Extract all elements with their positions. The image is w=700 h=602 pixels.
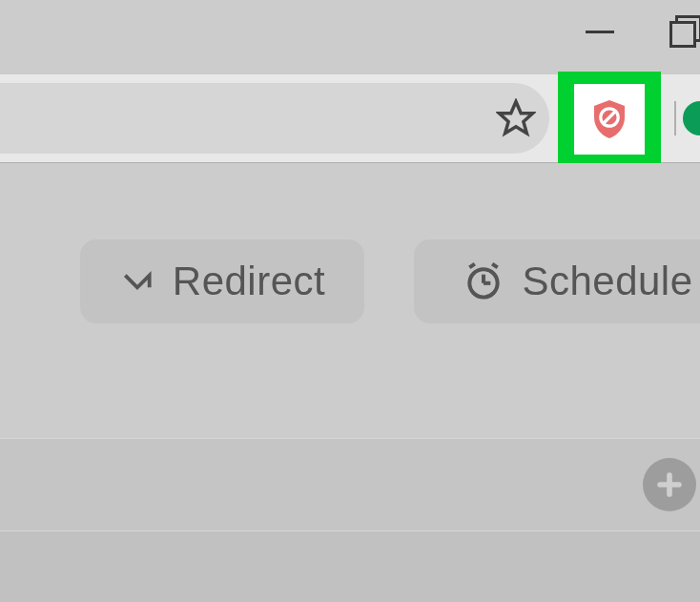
add-fab[interactable]: [643, 458, 696, 511]
minimize-icon[interactable]: [586, 31, 614, 33]
bottom-area: [0, 531, 700, 602]
maximize-restore-icon[interactable]: [671, 19, 696, 44]
redirect-button[interactable]: Redirect: [80, 239, 364, 323]
profile-avatar[interactable]: [683, 101, 700, 135]
plus-icon: [653, 468, 686, 501]
redirect-arrow-icon: [119, 263, 155, 300]
list-strip: [0, 438, 700, 531]
schedule-label: Schedule: [522, 259, 692, 304]
extension-highlight-box: [558, 72, 661, 167]
extension-content-area: Redirect Schedule: [0, 163, 700, 438]
schedule-button[interactable]: Schedule: [414, 239, 700, 323]
alarm-clock-icon: [463, 260, 504, 302]
bookmark-star-icon[interactable]: [496, 98, 536, 138]
window-titlebar: [0, 0, 700, 74]
address-bar[interactable]: [0, 83, 549, 154]
redirect-label: Redirect: [173, 259, 325, 304]
svg-line-7: [493, 264, 499, 268]
browser-toolbar: [0, 74, 700, 163]
svg-line-6: [470, 264, 476, 268]
toolbar-separator: [674, 101, 676, 135]
svg-marker-0: [500, 102, 533, 134]
shield-block-icon: [587, 96, 632, 142]
extension-button[interactable]: [574, 84, 645, 155]
